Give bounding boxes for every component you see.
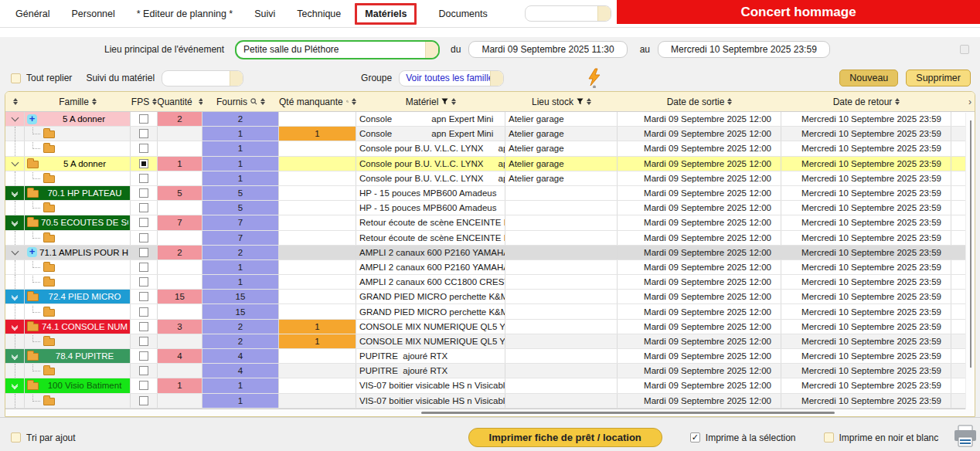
expand-toggle[interactable]: [5, 112, 25, 126]
table-row[interactable]: 1AMPLI 2 canaux 600 CC1800 CRESTMardi 09…: [5, 275, 975, 290]
table-row[interactable]: 5 A donner11Console pour B.U. V.L.C. LYN…: [5, 157, 975, 171]
print-loan-sheet-button[interactable]: Imprimer fiche de prêt / location: [468, 428, 662, 447]
corner-checkbox[interactable]: [960, 45, 969, 54]
sort-icon[interactable]: [895, 98, 900, 105]
expand-toggle[interactable]: [5, 320, 25, 334]
combo-button[interactable]: [597, 6, 611, 21]
tab-suivi[interactable]: Suivi: [254, 8, 275, 19]
expand-toggle[interactable]: [5, 186, 25, 200]
table-row[interactable]: 70.5 ECOUTES DE SCI77Retour écoute de sc…: [5, 215, 975, 230]
table-row[interactable]: 1Console pour B.U. V.L.C. LYNX aprAtelie…: [5, 141, 975, 156]
scrollbar-thumb[interactable]: [421, 412, 835, 414]
col-materiel[interactable]: Matériel: [356, 92, 505, 111]
double-chevron-down-icon[interactable]: [12, 219, 17, 226]
double-chevron-down-icon[interactable]: [12, 353, 17, 359]
expand-toggle[interactable]: [5, 215, 25, 229]
double-chevron-down-icon[interactable]: [12, 382, 17, 388]
tabbar-search-input[interactable]: [525, 5, 611, 22]
fps-checkbox[interactable]: [139, 114, 148, 124]
tab-documents[interactable]: Documents: [438, 8, 487, 19]
table-row[interactable]: 1Console pour B.U. V.L.C. LYNX aprAtelie…: [5, 171, 975, 186]
fps-checkbox[interactable]: [139, 144, 148, 153]
col-lieu-stock[interactable]: Lieu stock: [505, 92, 618, 111]
table-row[interactable]: 15GRAND PIED MICRO perchette K&MMardi 09…: [5, 304, 975, 319]
col-date-sortie[interactable]: Date de sortie: [618, 92, 781, 111]
col-fournis[interactable]: Fournis: [202, 92, 279, 111]
chevron-down-icon[interactable]: [11, 158, 19, 166]
col-quantite[interactable]: Quantité: [158, 92, 202, 111]
table-row[interactable]: 74.1 CONSOLE NUM321CONSOLE MIX NUMERIQUE…: [5, 320, 975, 334]
sort-by-add-checkbox[interactable]: [11, 432, 21, 443]
group-select[interactable]: Voir toutes les familles: [399, 70, 504, 86]
tab-materiels[interactable]: Matériels: [355, 3, 417, 25]
fps-checkbox[interactable]: [139, 159, 148, 168]
tab-personnel[interactable]: Personnel: [71, 8, 114, 19]
col-expand[interactable]: [5, 92, 25, 111]
table-row[interactable]: 5HP - 15 pouces MPB600 AmadeusMardi 09 S…: [5, 201, 975, 215]
delete-button[interactable]: Supprimer: [906, 70, 971, 86]
table-row[interactable]: 100 Visio Batiment11VIS-07 boitier visic…: [5, 378, 975, 393]
double-chevron-down-icon[interactable]: [12, 324, 17, 330]
table-row[interactable]: 5 A donner22Console apn Expert MiniAteli…: [5, 112, 975, 127]
expand-toggle[interactable]: [5, 246, 25, 259]
table-row[interactable]: 1VIS-07 boitier visicable HS n VisicablM…: [5, 394, 975, 409]
print-bw-checkbox[interactable]: [824, 432, 834, 443]
fps-checkbox[interactable]: [139, 381, 148, 390]
fps-checkbox[interactable]: [139, 337, 148, 346]
fps-checkbox[interactable]: [139, 263, 148, 272]
combo-button[interactable]: [425, 42, 438, 58]
table-row[interactable]: 71.1 AMPLIS POUR H22AMPLI 2 canaux 600 P…: [5, 246, 975, 260]
fps-checkbox[interactable]: [139, 366, 148, 375]
fps-checkbox[interactable]: [139, 292, 148, 301]
lightning-icon[interactable]: [586, 68, 603, 88]
fps-checkbox[interactable]: [139, 396, 148, 405]
table-row[interactable]: 1AMPLI 2 canaux 600 P2160 YAMAHAMardi 09…: [5, 260, 975, 275]
table-row[interactable]: 70.1 HP PLATEAU55HP - 15 pouces MPB600 A…: [5, 186, 975, 201]
print-selection-checkbox[interactable]: [690, 432, 700, 443]
next-column-chevron-icon[interactable]: ›: [965, 92, 975, 111]
col-qte-manquante[interactable]: Qté manquante: [279, 92, 356, 111]
expand-toggle[interactable]: [5, 290, 25, 303]
table-row[interactable]: 4PUPITRE ajouré RTXMardi 09 Septembre 20…: [5, 364, 975, 378]
combo-button[interactable]: [490, 71, 503, 86]
sort-icon[interactable]: [587, 98, 591, 105]
table-row[interactable]: 72.4 PIED MICRO1515GRAND PIED MICRO perc…: [5, 290, 975, 304]
new-button[interactable]: Nouveau: [839, 70, 898, 86]
sort-icon[interactable]: [92, 98, 97, 105]
sort-icon[interactable]: [451, 98, 456, 105]
expand-toggle[interactable]: [5, 349, 25, 363]
event-location-input[interactable]: Petite salle du Pléthore: [235, 40, 440, 59]
fps-checkbox[interactable]: [139, 307, 148, 317]
sort-icon[interactable]: [152, 98, 157, 105]
fps-checkbox[interactable]: [139, 174, 148, 183]
table-row[interactable]: 78.4 PUPITRE44PUPITRE ajouré RTXMardi 09…: [5, 349, 975, 364]
fps-checkbox[interactable]: [139, 248, 148, 257]
fps-checkbox[interactable]: [139, 233, 148, 242]
fps-checkbox[interactable]: [139, 218, 148, 227]
sort-icon[interactable]: [727, 98, 732, 105]
col-famille[interactable]: Famille: [25, 92, 131, 111]
sort-icon[interactable]: [13, 98, 18, 105]
fps-checkbox[interactable]: [139, 322, 148, 331]
fps-checkbox[interactable]: [139, 277, 148, 287]
material-tracking-input[interactable]: [162, 70, 243, 86]
col-date-retour[interactable]: Date de retour: [781, 92, 951, 111]
printer-icon[interactable]: [952, 425, 978, 451]
fps-checkbox[interactable]: [139, 203, 148, 212]
table-row[interactable]: 11Console apn Expert MiniAtelier garageM…: [5, 127, 975, 141]
combo-button[interactable]: [230, 71, 243, 86]
col-fps[interactable]: FPS: [131, 92, 158, 111]
double-chevron-down-icon[interactable]: [12, 190, 17, 196]
fps-checkbox[interactable]: [139, 188, 148, 198]
end-date-field[interactable]: Mercredi 10 Septembre 2025 23:59: [658, 41, 830, 58]
tab-technique[interactable]: Technique: [297, 8, 341, 19]
double-chevron-down-icon[interactable]: [12, 293, 17, 300]
chevron-down-icon[interactable]: [11, 247, 19, 255]
horizontal-scrollbar[interactable]: [5, 409, 975, 417]
vertical-scrollbar[interactable]: [965, 113, 975, 409]
table-row[interactable]: 21CONSOLE MIX NUMERIQUE QL5 YAIMardi 09 …: [5, 334, 975, 349]
expand-toggle[interactable]: [5, 157, 25, 171]
sort-icon[interactable]: [260, 98, 265, 105]
start-date-field[interactable]: Mardi 09 Septembre 2025 11:30: [468, 41, 627, 58]
table-row[interactable]: 7Retour écoute de scène ENCEINTE PIMardi…: [5, 231, 975, 246]
